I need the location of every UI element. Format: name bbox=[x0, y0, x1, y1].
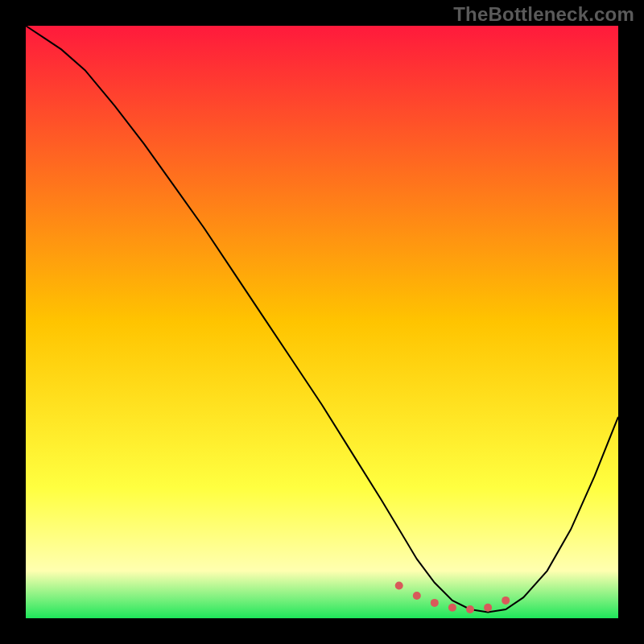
sweet-spot-marker bbox=[484, 604, 492, 612]
sweet-spot-marker bbox=[413, 592, 421, 600]
sweet-spot-marker bbox=[395, 582, 403, 590]
sweet-spot-marker bbox=[448, 604, 456, 612]
sweet-spot-marker bbox=[502, 597, 510, 605]
chart-svg bbox=[0, 0, 644, 644]
watermark-text: TheBottleneck.com bbox=[453, 3, 634, 26]
bottleneck-chart: TheBottleneck.com bbox=[0, 0, 644, 644]
sweet-spot-marker bbox=[431, 599, 439, 607]
sweet-spot-marker bbox=[466, 605, 474, 613]
plot-background bbox=[26, 26, 618, 618]
